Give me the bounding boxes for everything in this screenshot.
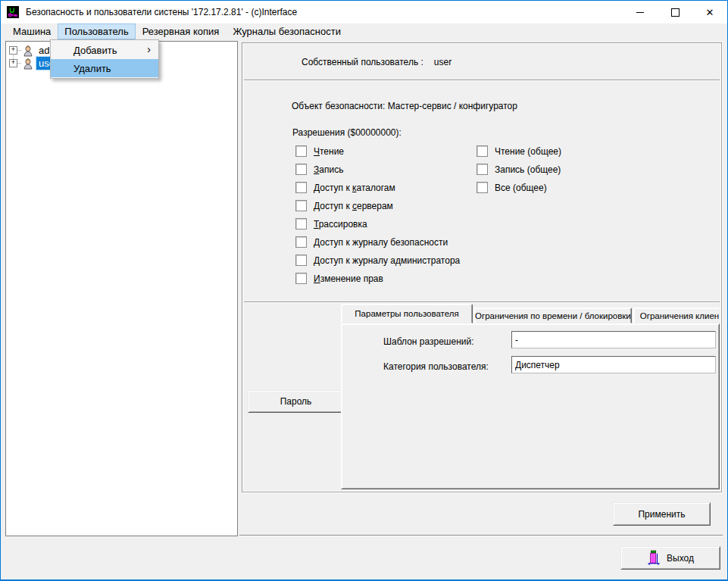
maximize-icon [671,8,680,17]
security-object-label: Объект безопасности: Мастер-сервис / кон… [292,101,517,111]
perm-row-read-common: Чтение (общее) [476,145,561,157]
checkbox-server-access[interactable] [295,200,307,211]
menu-item-add[interactable]: Добавить › [51,41,158,59]
exit-button[interactable]: Выход [620,546,720,570]
user-icon [22,58,34,70]
label-part: зменение прав [320,273,383,284]
user-icon [22,45,34,57]
template-permissions-label: Шаблон разрешений: [383,336,474,347]
checkbox-label: Все (общее) [495,183,547,193]
menu-bar: Машина Пользователь Резервная копия Журн… [1,23,727,39]
maximize-button[interactable] [658,1,692,23]
checkbox-label: Доступ к журналу безопасности [314,237,448,248]
checkbox-read-common[interactable] [476,145,488,157]
label-part: аталогам [357,183,395,193]
perm-row-change-rights: Изменение прав [295,273,383,284]
window-controls: ✕ [623,1,727,23]
perm-row-write-common: Запись (общее) [476,164,561,175]
tab-user-parameters[interactable]: Параметры пользователя [341,304,473,323]
title-bar: Безопасность и пользователи систены '172… [1,1,727,23]
label-part: Доступ к журналу безопасности [314,237,448,248]
checkbox-security-log[interactable] [295,236,307,248]
app-window: Безопасность и пользователи систены '172… [0,0,728,581]
checkbox-catalog-access[interactable] [295,182,307,193]
checkbox-label: Изменение прав [314,273,383,284]
label-part: ерверам [357,201,393,211]
checkbox-label: Запись [314,164,343,175]
checkbox-read[interactable] [295,145,307,157]
label-part: Т [314,219,319,230]
label-part: Доступ к журналу администратора [314,255,460,266]
checkbox-label: Чтение [314,146,344,157]
label-part: Чтение (общее) [495,146,561,157]
user-properties-panel: Собственный пользователь : user Объект б… [242,42,722,492]
label-part: тение [320,146,344,157]
minimize-button[interactable] [623,1,658,23]
user-context-menu: Добавить › Удалить [50,39,159,79]
menu-backup[interactable]: Резервная копия [136,23,227,39]
app-icon[interactable] [7,6,19,18]
label-part: Доступ к [314,183,352,193]
close-button[interactable]: ✕ [692,1,727,23]
checkbox-label: Доступ к журналу администратора [314,255,460,266]
perm-row-security-log: Доступ к журналу безопасности [295,236,448,248]
checkbox-write[interactable] [295,164,307,175]
own-user-value: user [434,57,451,67]
label-part: апись [319,164,343,175]
user-category-label: Категория пользователя: [383,361,489,372]
user-category-input[interactable] [511,356,716,373]
own-user-label: Собственный пользователь : [302,57,423,67]
close-icon: ✕ [706,8,714,17]
label-part: Запись (общее) [495,164,561,175]
menu-machine[interactable]: Машина [6,23,58,39]
menu-item-delete[interactable]: Удалить [51,59,158,77]
label-part: рассировка [319,219,367,230]
menu-item-label: Удалить [73,63,111,74]
checkbox-label: Доступ к серверам [314,201,393,211]
checkbox-label: Доступ к каталогам [314,183,395,193]
label-part: Все (общее) [495,183,547,193]
template-permissions-input[interactable] [511,331,716,348]
checkbox-admin-log[interactable] [295,255,307,266]
perm-row-write: Запись [295,164,343,175]
tab-strip: Параметры пользователя Ограничения по вр… [341,304,720,323]
checkbox-tracing[interactable] [295,218,307,230]
perm-row-catalog-access: Доступ к каталогам [295,182,395,193]
checkbox-write-common[interactable] [476,164,488,175]
perm-row-server-access: Доступ к серверам [295,200,393,211]
submenu-arrow-icon: › [147,43,151,55]
exit-button-label: Выход [667,553,694,564]
menu-security-logs[interactable]: Журналы безопасности [226,23,348,39]
expand-icon[interactable]: + [9,46,17,55]
password-button[interactable]: Пароль [248,390,344,413]
perm-row-admin-log: Доступ к журналу администратора [295,255,460,266]
exit-door-icon [647,550,661,566]
window-title: Безопасность и пользователи систены '172… [26,7,297,17]
expand-icon[interactable]: + [9,59,17,67]
apply-button[interactable]: Применить [613,502,711,526]
menu-user[interactable]: Пользователь [58,23,135,39]
menu-item-label: Добавить [73,45,117,56]
tree-connector [17,50,21,51]
label-part: И [314,273,320,284]
perm-row-read: Чтение [295,145,344,157]
minimize-icon [636,12,644,13]
perm-row-all-common: Все (общее) [476,182,547,193]
tree-connector [17,63,21,64]
label-part: Ч [314,146,320,157]
section-divider [244,301,720,302]
tab-page-user-parameters: Шаблон разрешений: Категория пользовател… [341,323,720,489]
tab-time-restrictions[interactable]: Ограничения по времени / блокировки [474,308,632,323]
bottom-divider [239,535,723,536]
perm-row-tracing: Трассировка [295,218,367,230]
label-part: Доступ к [314,201,352,211]
checkbox-change-rights[interactable] [295,273,307,284]
checkbox-label: Чтение (общее) [495,146,561,157]
checkbox-label: Запись (общее) [495,164,561,175]
tab-client-restrictions[interactable]: Ограничения клиен [633,308,720,323]
checkbox-all-common[interactable] [476,182,488,193]
permissions-title: Разрешения ($00000000): [292,127,401,138]
checkbox-label: Трассировка [314,219,367,230]
own-user-header: Собственный пользователь : user [244,45,720,80]
user-tree-panel: + admin + user [5,41,238,536]
